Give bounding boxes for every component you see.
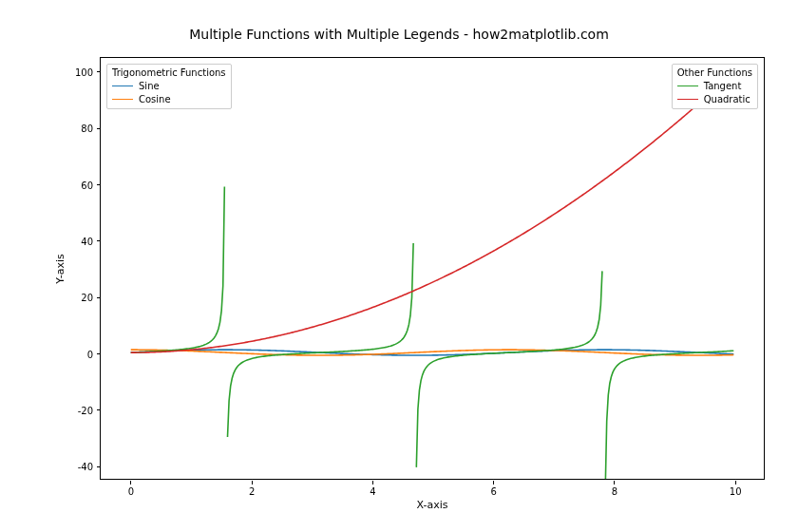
y-tick-mark [97,240,101,241]
y-tick-mark [97,71,101,72]
x-tick-label: 2 [249,486,255,497]
legend-trig: Trigonometric Functions Sine Cosine [106,64,232,109]
x-tick-mark [493,481,494,484]
y-tick-label: 20 [63,293,93,303]
x-tick-mark [130,481,131,484]
y-tick-label: 40 [63,236,93,246]
chart-figure: Multiple Functions with Multiple Legends… [0,0,798,532]
y-tick-mark [97,409,101,410]
legend-item-quadratic: Quadratic [677,92,752,105]
x-tick-mark [735,481,736,484]
plot-svg [101,58,764,479]
legend-item-tangent: Tangent [677,79,752,92]
y-tick-label: 60 [63,180,93,190]
legend-trig-title: Trigonometric Functions [112,67,226,78]
legend-label-sine: Sine [139,81,160,91]
legend-swatch-quadratic [677,99,698,100]
y-tick-mark [97,184,101,185]
x-tick-mark [372,481,373,484]
plot-area: X-axis Y-axis Trigonometric Functions Si… [100,57,765,480]
legend-item-cosine: Cosine [112,92,226,105]
y-tick-mark [97,466,101,467]
legend-label-quadratic: Quadratic [704,94,750,104]
legend-label-tangent: Tangent [704,81,742,91]
x-tick-label: 0 [128,486,134,497]
x-tick-label: 10 [730,486,742,497]
y-tick-mark [97,353,101,354]
x-tick-mark [614,481,615,484]
legend-other: Other Functions Tangent Quadratic [672,64,758,109]
y-tick-label: 100 [63,66,93,77]
legend-swatch-cosine [112,99,133,100]
x-tick-label: 4 [370,486,375,497]
chart-title: Multiple Functions with Multiple Legends… [0,27,798,42]
x-tick-label: 6 [490,486,496,497]
y-tick-label: -40 [63,462,93,472]
y-axis-label: Y-axis [54,254,66,283]
y-tick-mark [97,128,101,129]
y-tick-label: -20 [63,405,93,415]
y-tick-label: 80 [63,124,93,134]
legend-swatch-tangent [677,86,698,86]
legend-item-sine: Sine [112,79,226,92]
x-axis-label: X-axis [417,499,448,511]
x-tick-mark [252,481,253,484]
series-tangent [131,186,734,479]
legend-other-title: Other Functions [677,67,752,78]
y-tick-label: 0 [63,349,93,359]
legend-label-cosine: Cosine [139,94,171,104]
x-tick-label: 8 [612,486,618,497]
legend-swatch-sine [112,86,133,86]
y-tick-mark [97,297,101,298]
